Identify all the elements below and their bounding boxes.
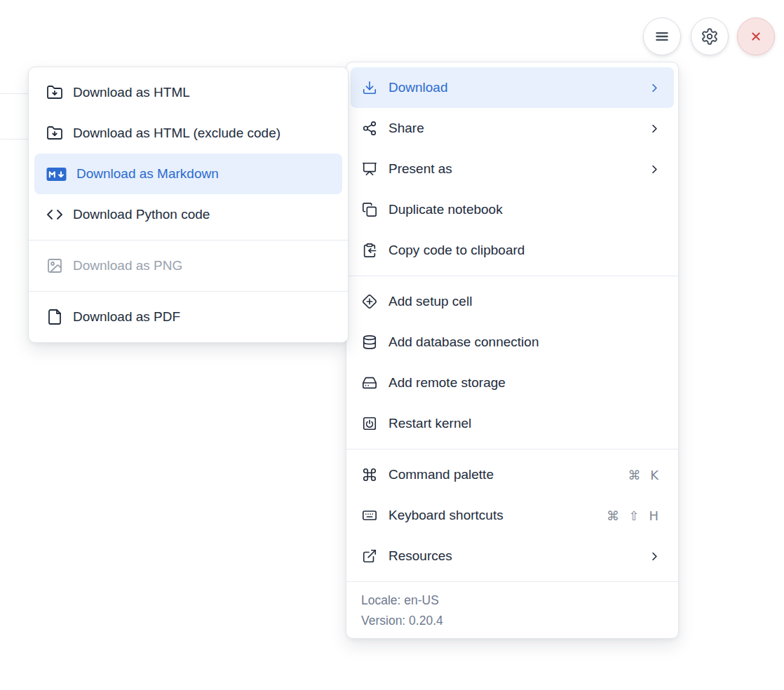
menu-item-label: Download [388, 80, 637, 95]
duplicate-icon [362, 202, 377, 217]
menu-item-label: Download as Markdown [76, 166, 334, 182]
chevron-right-icon [648, 163, 661, 176]
menu-item-download-as-markdown[interactable]: Download as Markdown [34, 154, 342, 194]
menu-item-add-remote-storage[interactable]: Add remote storage [346, 363, 678, 403]
menu-item-resources[interactable]: Resources [346, 536, 678, 576]
menu-item-keyboard-shortcuts[interactable]: Keyboard shortcuts⌘ ⇧ H [346, 495, 678, 536]
menu-section: Download as HTMLDownload as HTML (exclud… [29, 67, 348, 240]
share-icon [362, 121, 377, 136]
menu-item-label: Add database connection [388, 334, 661, 350]
menu-item-label: Present as [388, 161, 637, 177]
clipboard-copy-icon [362, 243, 377, 258]
hard-drive-icon [362, 375, 377, 391]
menu-item-download[interactable]: Download [351, 67, 674, 108]
version-text: Version: 0.20.4 [361, 611, 664, 631]
folder-down-icon [46, 125, 63, 142]
menu-item-label: Restart kernel [388, 416, 661, 431]
menu-item-label: Add setup cell [388, 294, 661, 309]
markdown-icon [46, 166, 67, 182]
menu-item-download-as-pdf[interactable]: Download as PDF [29, 297, 348, 337]
menu-item-command-palette[interactable]: Command palette⌘ K [346, 454, 678, 495]
menu-item-duplicate-notebook[interactable]: Duplicate notebook [346, 189, 678, 230]
folder-down-icon [46, 84, 63, 101]
menu-button[interactable] [643, 18, 681, 55]
shortcut-hint: ⌘ ⇧ H [607, 508, 661, 523]
keyboard-icon [362, 508, 377, 523]
menu-item-download-as-html-exclude-code[interactable]: Download as HTML (exclude code) [29, 113, 348, 154]
code-icon [46, 206, 63, 223]
menu-section: Command palette⌘ KKeyboard shortcuts⌘ ⇧ … [346, 449, 678, 581]
shortcut-hint: ⌘ K [628, 468, 661, 482]
notebook-menu: DownloadSharePresent asDuplicate noteboo… [346, 62, 679, 639]
menu-item-label: Download Python code [73, 207, 334, 222]
menu-item-label: Download as HTML [73, 85, 334, 100]
menu-item-copy-code-to-clipboard[interactable]: Copy code to clipboard [346, 230, 678, 271]
background-rule [0, 139, 29, 140]
file-icon [46, 309, 63, 325]
chevron-right-icon [648, 81, 661, 95]
command-icon [362, 467, 377, 482]
locale-text: Locale: en-US [361, 590, 664, 611]
menu-section: Download as PDF [29, 291, 348, 342]
menu-item-download-as-html[interactable]: Download as HTML [29, 72, 348, 113]
menu-item-add-setup-cell[interactable]: Add setup cell [346, 281, 678, 322]
gear-icon [701, 27, 719, 46]
menu-item-download-as-png: Download as PNG [29, 245, 348, 286]
database-icon [362, 334, 377, 350]
power-icon [362, 416, 377, 431]
hamburger-icon [653, 27, 671, 46]
external-link-icon [362, 548, 377, 564]
menu-item-label: Add remote storage [388, 375, 661, 391]
menu-item-label: Command palette [388, 467, 616, 482]
menu-item-restart-kernel[interactable]: Restart kernel [346, 403, 678, 444]
menu-item-label: Download as HTML (exclude code) [73, 126, 334, 141]
close-button[interactable] [737, 18, 775, 55]
download-icon [362, 80, 377, 95]
menu-item-share[interactable]: Share [346, 108, 678, 149]
menu-section: DownloadSharePresent asDuplicate noteboo… [346, 62, 678, 276]
menu-item-present-as[interactable]: Present as [346, 149, 678, 189]
diamond-plus-icon [362, 294, 377, 309]
image-icon [46, 257, 63, 274]
menu-item-label: Share [388, 121, 637, 136]
settings-button[interactable] [691, 18, 729, 55]
close-icon [748, 29, 764, 44]
menu-item-add-database-connection[interactable]: Add database connection [346, 322, 678, 363]
menu-item-download-python-code[interactable]: Download Python code [29, 194, 348, 235]
presentation-icon [362, 161, 377, 177]
menu-item-label: Keyboard shortcuts [388, 508, 595, 523]
menu-section: Add setup cellAdd database connectionAdd… [346, 276, 678, 449]
menu-section: Download as PNG [29, 240, 348, 291]
menu-item-label: Duplicate notebook [388, 202, 661, 217]
chevron-right-icon [648, 122, 661, 135]
download-submenu: Download as HTMLDownload as HTML (exclud… [28, 67, 349, 343]
chevron-right-icon [648, 550, 661, 563]
menu-item-label: Resources [388, 548, 637, 564]
menu-footer: Locale: en-US Version: 0.20.4 [346, 581, 678, 638]
menu-item-label: Download as PNG [73, 258, 334, 273]
background-rule [0, 93, 29, 94]
menu-item-label: Download as PDF [73, 309, 334, 325]
menu-item-label: Copy code to clipboard [388, 243, 661, 258]
